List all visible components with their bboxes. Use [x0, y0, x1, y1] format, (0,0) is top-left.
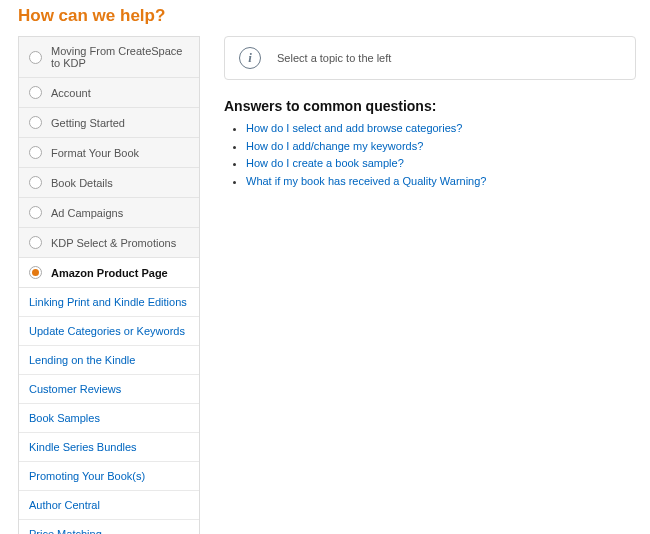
sidebar-subitem[interactable]: Linking Print and Kindle Editions: [19, 288, 199, 317]
radio-icon: [29, 176, 42, 189]
sidebar-category[interactable]: Account: [19, 78, 199, 108]
sidebar-subitem[interactable]: Update Categories or Keywords: [19, 317, 199, 346]
sidebar-category-label: Format Your Book: [51, 147, 139, 159]
radio-icon: [29, 266, 42, 279]
sidebar-category[interactable]: Ad Campaigns: [19, 198, 199, 228]
sidebar-category-label: Moving From CreateSpace to KDP: [51, 45, 189, 69]
answer-link[interactable]: How do I create a book sample?: [246, 155, 636, 173]
sidebar-subitem[interactable]: Price Matching: [19, 520, 199, 534]
sidebar-category-label: Ad Campaigns: [51, 207, 123, 219]
radio-icon: [29, 206, 42, 219]
sidebar-category-label: Account: [51, 87, 91, 99]
info-text: Select a topic to the left: [277, 52, 391, 64]
sidebar-subitem[interactable]: Book Samples: [19, 404, 199, 433]
sidebar-subitem[interactable]: Promoting Your Book(s): [19, 462, 199, 491]
answers-list: How do I select and add browse categorie…: [224, 120, 636, 190]
sidebar-category[interactable]: Amazon Product Page: [19, 258, 199, 288]
answers-heading: Answers to common questions:: [224, 98, 636, 114]
radio-icon: [29, 86, 42, 99]
answer-link[interactable]: How do I select and add browse categorie…: [246, 120, 636, 138]
sidebar-category-label: Amazon Product Page: [51, 267, 168, 279]
sidebar-category-label: Book Details: [51, 177, 113, 189]
radio-icon: [29, 51, 42, 64]
sidebar-category[interactable]: Book Details: [19, 168, 199, 198]
radio-icon: [29, 236, 42, 249]
sidebar-category[interactable]: KDP Select & Promotions: [19, 228, 199, 258]
sidebar-category-label: KDP Select & Promotions: [51, 237, 176, 249]
sidebar-subitem[interactable]: Customer Reviews: [19, 375, 199, 404]
sidebar-subitem[interactable]: Lending on the Kindle: [19, 346, 199, 375]
radio-icon: [29, 116, 42, 129]
sidebar-category[interactable]: Getting Started: [19, 108, 199, 138]
main-panel: i Select a topic to the left Answers to …: [200, 36, 636, 190]
radio-icon: [29, 146, 42, 159]
sidebar-category-label: Getting Started: [51, 117, 125, 129]
answer-link[interactable]: How do I add/change my keywords?: [246, 138, 636, 156]
sidebar: Moving From CreateSpace to KDPAccountGet…: [18, 36, 200, 534]
info-box: i Select a topic to the left: [224, 36, 636, 80]
sidebar-subitem[interactable]: Kindle Series Bundles: [19, 433, 199, 462]
sidebar-subitem[interactable]: Author Central: [19, 491, 199, 520]
sidebar-category[interactable]: Format Your Book: [19, 138, 199, 168]
sidebar-category[interactable]: Moving From CreateSpace to KDP: [19, 37, 199, 78]
page-title: How can we help?: [0, 0, 650, 36]
info-icon: i: [239, 47, 261, 69]
layout: Moving From CreateSpace to KDPAccountGet…: [0, 36, 650, 534]
answer-link[interactable]: What if my book has received a Quality W…: [246, 173, 636, 191]
